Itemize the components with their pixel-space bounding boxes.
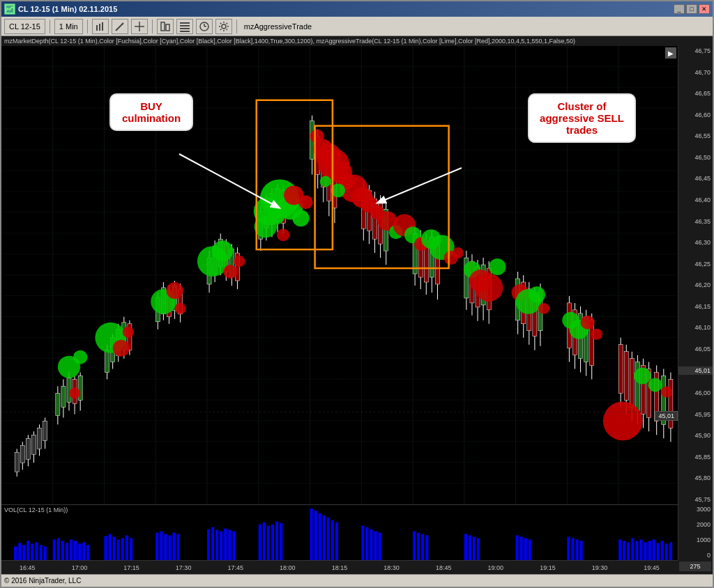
svg-rect-254 xyxy=(78,543,81,560)
nav-value: 275 xyxy=(679,562,711,571)
crosshair-button[interactable] xyxy=(131,19,148,34)
x-label-1900: 19:00 xyxy=(488,564,504,571)
y-label-19: 45,90 xyxy=(678,432,713,439)
svg-rect-313 xyxy=(627,542,630,560)
x-axis: 16:45 17:00 17:15 17:30 17:45 18:00 18:1… xyxy=(1,560,678,574)
svg-rect-286 xyxy=(323,516,326,560)
svg-rect-244 xyxy=(31,543,33,560)
y-label-22: 45,75 xyxy=(678,496,713,503)
window-title: CL 12-15 (1 Min) 02.11.2015 xyxy=(18,5,117,13)
svg-rect-270 xyxy=(207,529,210,560)
svg-rect-8 xyxy=(161,22,165,31)
svg-rect-304 xyxy=(520,536,523,560)
x-label-1730: 17:30 xyxy=(176,564,192,571)
svg-point-224 xyxy=(529,286,545,303)
x-axis-row: 16:45 17:00 17:15 17:30 17:45 18:00 18:1… xyxy=(1,560,713,574)
main-window: CL 12-15 (1 Min) 02.11.2015 _ □ ✕ CL 12-… xyxy=(0,0,714,588)
volume-y-axis: 3000 2000 1000 0 xyxy=(678,504,713,560)
y-label-14: 46,10 xyxy=(678,324,713,331)
svg-rect-322 xyxy=(665,543,668,560)
minimize-button[interactable]: _ xyxy=(674,4,685,14)
svg-rect-284 xyxy=(314,511,317,560)
svg-rect-298 xyxy=(425,535,428,560)
indicator-button[interactable] xyxy=(92,19,109,34)
svg-rect-274 xyxy=(224,529,227,560)
svg-rect-40 xyxy=(31,435,36,454)
svg-rect-282 xyxy=(280,523,282,560)
x-label-1800: 18:00 xyxy=(280,564,296,571)
separator-1 xyxy=(50,20,50,33)
main-chart-row: ▶ xyxy=(1,46,713,504)
x-label-1645: 16:45 xyxy=(20,564,36,571)
x-label-1715: 17:15 xyxy=(123,564,139,571)
status-bar: © 2016 NinjaTrader, LLC xyxy=(1,574,713,587)
chart-type-button[interactable] xyxy=(157,19,174,34)
svg-rect-305 xyxy=(524,538,527,560)
svg-rect-269 xyxy=(177,534,180,560)
x-label-1830: 18:30 xyxy=(383,564,400,571)
svg-rect-281 xyxy=(275,522,278,560)
svg-point-231 xyxy=(634,368,651,385)
y-label-6: 46,50 xyxy=(678,154,713,161)
settings-button[interactable] xyxy=(215,19,232,34)
close-button[interactable]: ✕ xyxy=(699,4,710,14)
svg-point-182 xyxy=(166,282,183,299)
svg-rect-264 xyxy=(155,533,158,561)
scroll-right-button[interactable]: ▶ xyxy=(665,47,676,59)
timeframe-selector[interactable]: 1 Min xyxy=(54,19,83,34)
svg-rect-300 xyxy=(469,535,471,560)
svg-rect-273 xyxy=(220,532,222,560)
y-label-21: 45,80 xyxy=(678,474,713,481)
y-label-3: 46,65 xyxy=(678,90,713,97)
window-icon xyxy=(4,3,15,15)
svg-rect-276 xyxy=(232,532,235,560)
svg-rect-10 xyxy=(180,22,190,24)
svg-rect-303 xyxy=(516,535,519,560)
svg-rect-288 xyxy=(331,520,334,560)
ts-button[interactable] xyxy=(196,19,213,34)
y-label-16: 45,01 xyxy=(678,366,713,375)
svg-rect-321 xyxy=(661,541,664,560)
y-label-15: 46,05 xyxy=(678,346,713,353)
chart-container: ▶ xyxy=(1,46,713,574)
vol-y-0: 0 xyxy=(678,552,713,559)
svg-rect-56 xyxy=(105,350,109,373)
svg-rect-299 xyxy=(464,534,467,560)
svg-rect-306 xyxy=(529,539,531,560)
svg-rect-279 xyxy=(267,526,270,560)
svg-point-229 xyxy=(591,329,602,340)
svg-rect-261 xyxy=(121,538,124,560)
svg-point-220 xyxy=(475,274,503,302)
y-axis: 46,75 46,70 46,65 46,60 46,55 46,50 46,4… xyxy=(678,46,713,504)
svg-rect-296 xyxy=(417,533,420,561)
symbol-selector[interactable]: CL 12-15 xyxy=(4,19,45,34)
x-label-1945: 19:45 xyxy=(644,564,660,571)
svg-rect-243 xyxy=(26,541,29,560)
indicator-text: mzMarketDepth(CL 12-15 (1 Min),Color [Fu… xyxy=(4,38,575,45)
draw-button[interactable] xyxy=(112,19,128,34)
main-chart[interactable]: ▶ xyxy=(1,46,678,504)
svg-rect-291 xyxy=(365,527,368,560)
x-label-1915: 19:15 xyxy=(540,564,556,571)
svg-rect-34 xyxy=(15,452,19,472)
y-label-4: 46,60 xyxy=(678,111,713,118)
svg-point-230 xyxy=(603,401,643,440)
x-label-1745: 17:45 xyxy=(227,564,243,571)
toolbar: CL 12-15 1 Min mzAggressiveTrade xyxy=(1,17,713,36)
x-label-1815: 18:15 xyxy=(332,564,348,571)
svg-point-217 xyxy=(453,247,464,258)
dom-button[interactable] xyxy=(176,19,193,34)
svg-rect-246 xyxy=(40,545,43,560)
svg-point-221 xyxy=(489,258,506,275)
svg-rect-42 xyxy=(38,428,42,449)
svg-rect-251 xyxy=(66,543,68,560)
maximize-button[interactable]: □ xyxy=(686,4,697,14)
volume-chart: VOL(CL 12-15 (1 Min)) xyxy=(1,504,678,560)
svg-rect-319 xyxy=(653,539,655,560)
svg-rect-11 xyxy=(180,25,190,26)
svg-rect-248 xyxy=(53,539,56,560)
svg-rect-310 xyxy=(580,541,583,560)
sell-callout-text: Cluster ofaggressive SELLtrades xyxy=(540,100,624,136)
y-label-8: 46,40 xyxy=(678,196,713,203)
y-label-17: 46,00 xyxy=(678,389,713,396)
